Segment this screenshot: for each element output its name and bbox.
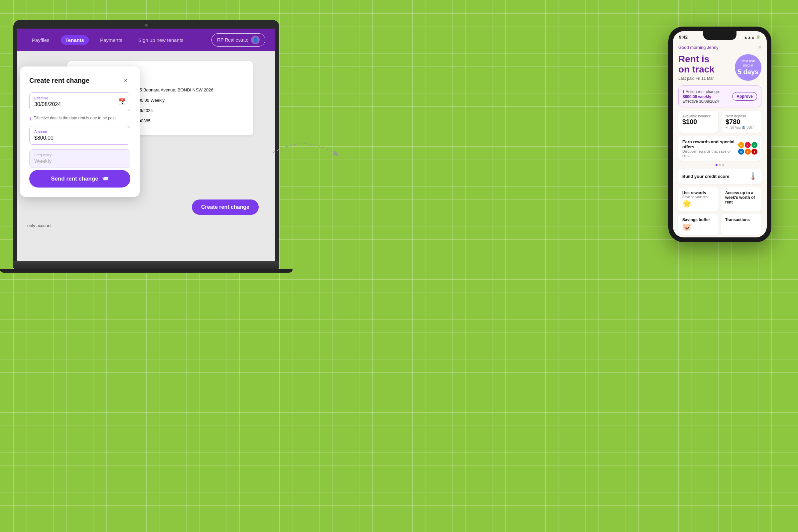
send-icon: 📨 (102, 175, 109, 182)
only-account-text: only account (27, 223, 52, 228)
effective-date-field[interactable]: Effective 30/08/2024 📅 (29, 92, 130, 111)
create-rent-change-button[interactable]: Create rent change (192, 200, 259, 215)
phone-greeting: Good morning Jenny (678, 45, 719, 50)
modal-header: Create rent change × (29, 76, 130, 85)
nav-brand-button[interactable]: RP Real estate 👤 (211, 33, 265, 46)
carousel-dots (678, 164, 761, 166)
approve-button[interactable]: Approve (732, 92, 757, 101)
rental-value-address: 4/15 Boonara Avenue, BONDI NSW 2026 (134, 88, 213, 92)
next-deposit-card: Next deposit $780 Fri 30 Aug 🏦 6887 (722, 111, 761, 133)
nav-payfiles[interactable]: Payfiles (27, 35, 54, 45)
rent-status-heading: Rent is on track (678, 54, 715, 75)
modal-title: Create rent change (29, 77, 90, 84)
use-rewards-emoji: 🌟 (682, 200, 715, 208)
nav-tenants[interactable]: Tenants (61, 35, 89, 45)
frequency-value: Weekly (34, 158, 125, 164)
next-rent-badge: Next rent paid in 5 days (735, 54, 761, 81)
available-balance-card: Available balance $100 (678, 111, 718, 133)
rewards-logos: a r w b o c (736, 142, 757, 155)
dashed-arrow (273, 140, 339, 173)
create-rent-change-modal: Create rent change × Effective 30/08/202… (20, 66, 140, 197)
balance-section: Available balance $100 Next deposit $780… (678, 111, 761, 133)
available-balance-label: Available balance (682, 114, 714, 118)
phone-status-icons: ▲▲▲ 🔋 (744, 35, 761, 39)
access-week-title: Access up to a week's worth of rent (725, 191, 757, 205)
battery-icon: 🔋 (756, 35, 761, 39)
nav-payments[interactable]: Payments (95, 35, 127, 45)
rent-status-text: Rent is on track Last paid Fri 11 Mar (678, 54, 715, 81)
next-deposit-sub: Fri 30 Aug 🏦 6887 (725, 126, 757, 129)
savings-buffer-card[interactable]: Savings buffer 🐷 (678, 214, 719, 235)
phone: 9:42 ▲▲▲ 🔋 Good morning Jenny ≡ R (668, 26, 772, 242)
phone-content: Good morning Jenny ≡ Rent is on track La… (673, 41, 767, 238)
action-card: ℹ Action rent change: $800.00 weekly Eff… (678, 86, 761, 108)
dot-1 (716, 164, 718, 166)
rewards-text: Earn rewards and special offers Discover… (682, 139, 736, 157)
amount-field[interactable]: Amount $800.00 (29, 126, 130, 145)
savings-buffer-title: Savings buffer (682, 217, 715, 222)
use-rewards-sub: Save on your rent. (682, 195, 715, 199)
speedometer-icon: 🌡️ (748, 172, 757, 180)
credit-score-row[interactable]: Build your credit score 🌡️ (678, 169, 761, 184)
access-week-card[interactable]: Access up to a week's worth of rent (721, 187, 761, 211)
use-rewards-card[interactable]: Use rewards Save on your rent. 🌟 (678, 187, 719, 211)
last-paid-text: Last paid Fri 11 Mar (678, 76, 715, 81)
next-rent-line2: paid in (743, 63, 753, 68)
rewards-title: Earn rewards and special offers (682, 139, 736, 149)
next-deposit-amount: $780 (725, 118, 757, 126)
logo-crimson: c (752, 149, 757, 155)
signal-icon: ▲▲▲ (744, 35, 755, 39)
modal-close-button[interactable]: × (121, 76, 130, 85)
nav-brand-label: RP Real estate (217, 37, 248, 42)
dot-2 (719, 164, 721, 166)
transactions-card[interactable]: Transactions (721, 214, 761, 235)
amazon-logo: a (738, 142, 744, 148)
effective-date-info: ℹ Effective date is the date rent is due… (29, 116, 130, 121)
laptop-foot (0, 269, 292, 273)
effective-label: Effective (34, 96, 125, 100)
amount-label: Amount (34, 130, 125, 134)
credit-score-label: Build your credit score (682, 174, 729, 179)
use-rewards-title: Use rewards (682, 191, 715, 195)
bottom-grid: Use rewards Save on your rent. 🌟 Access … (678, 187, 761, 235)
logo-blue: b (738, 149, 744, 155)
amount-value: $800.00 (34, 135, 125, 141)
frequency-label: Frequency (34, 153, 125, 157)
info-icon: ℹ (30, 116, 32, 121)
send-rent-change-button[interactable]: Send rent change 📨 (29, 170, 130, 188)
next-rent-days: 5 days (738, 68, 758, 76)
phone-outer: 9:42 ▲▲▲ 🔋 Good morning Jenny ≡ R (668, 26, 772, 242)
logo-green: w (752, 142, 757, 148)
savings-emoji: 🐷 (682, 223, 715, 231)
transactions-title: Transactions (725, 217, 757, 222)
available-balance-amount: $100 (682, 118, 714, 126)
rewards-sub: Discover rewards that save on rent. (682, 149, 736, 157)
logo-red: r (745, 142, 751, 148)
laptop-camera (145, 24, 148, 26)
frequency-field: Frequency Weekly (29, 149, 130, 168)
greeting-bar: Good morning Jenny ≡ (678, 44, 761, 50)
action-amount: $800.00 weekly (683, 94, 711, 99)
effective-value: 30/08/2024 (34, 101, 125, 108)
action-prefix: Action rent change: (686, 90, 720, 94)
laptop-base (13, 261, 279, 269)
action-card-text: ℹ Action rent change: $800.00 weekly Eff… (683, 89, 720, 104)
nav-avatar: 👤 (251, 36, 260, 44)
phone-inner: 9:42 ▲▲▲ 🔋 Good morning Jenny ≡ R (673, 31, 767, 238)
laptop-nav: Payfiles Tenants Payments Sign up new te… (17, 28, 275, 51)
next-deposit-label: Next deposit (725, 114, 757, 118)
phone-time: 9:42 (679, 35, 688, 40)
nav-sign-up-tenants[interactable]: Sign up new tenants (134, 35, 188, 45)
logo-orange: o (745, 149, 751, 155)
hamburger-menu-icon[interactable]: ≡ (758, 44, 761, 50)
dot-3 (722, 164, 724, 166)
effective-info-text: Effective date is the date rent is due t… (34, 116, 117, 120)
rent-status-section: Rent is on track Last paid Fri 11 Mar Ne… (678, 54, 761, 81)
rewards-card[interactable]: Earn rewards and special offers Discover… (678, 136, 761, 160)
calendar-icon: 📅 (118, 98, 125, 106)
phone-notch (703, 31, 737, 40)
action-effective: Effective 30/08/2024 (683, 99, 719, 104)
next-rent-line1: Next rent (741, 59, 755, 63)
send-button-label: Send rent change (51, 175, 98, 182)
